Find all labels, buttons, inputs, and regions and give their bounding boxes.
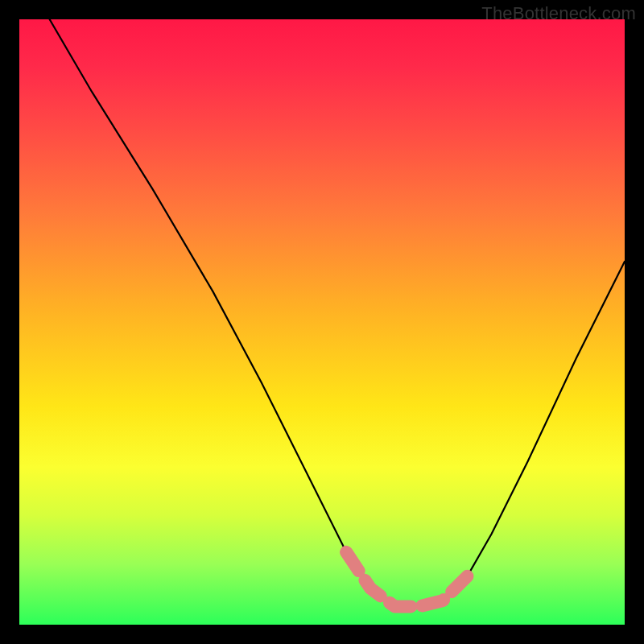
watermark-text: TheBottleneck.com bbox=[481, 3, 636, 24]
chart-frame: TheBottleneck.com bbox=[0, 0, 644, 644]
chart-plot-area bbox=[19, 19, 625, 625]
